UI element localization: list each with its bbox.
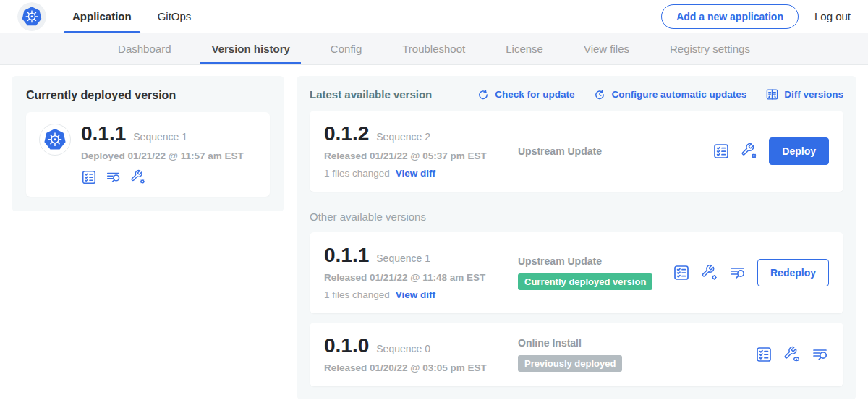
app-logo-icon [39, 124, 71, 156]
tab-gitops[interactable]: GitOps [145, 0, 205, 33]
check-for-update-link[interactable]: Check for update [477, 88, 574, 101]
previously-deployed-badge: Previously deployed [518, 355, 622, 372]
subnav-license[interactable]: License [495, 33, 554, 64]
version-number: 0.1.2 [324, 124, 369, 144]
tab-application[interactable]: Application [59, 0, 145, 33]
config-wrench-icon[interactable] [701, 264, 718, 281]
release-notes-icon[interactable] [712, 143, 730, 160]
logout-link[interactable]: Log out [814, 10, 851, 22]
subnav-dashboard[interactable]: Dashboard [107, 33, 182, 64]
files-changed-label: 1 files changed [324, 289, 390, 300]
version-history-panel: Latest available version Check for updat… [297, 76, 856, 399]
config-wrench-icon[interactable] [130, 169, 146, 185]
view-diff-icon[interactable] [106, 169, 122, 185]
add-application-button[interactable]: Add a new application [661, 4, 799, 29]
version-number: 0.1.0 [324, 336, 369, 356]
version-source-label: Upstream Update [518, 255, 673, 267]
deployed-version-card: 0.1.1 Sequence 1 Deployed 01/21/22 @ 11:… [26, 112, 270, 197]
subnav-troubleshoot[interactable]: Troubleshoot [391, 33, 476, 64]
app-subnav: Dashboard Version history Config Trouble… [0, 33, 868, 65]
version-card-0-1-1: 0.1.1 Sequence 1 Released 01/21/22 @ 11:… [310, 232, 843, 313]
version-card-0-1-2: 0.1.2 Sequence 2 Released 01/21/22 @ 05:… [310, 111, 843, 192]
diff-versions-link[interactable]: Diff versions [765, 88, 843, 101]
version-source-label: Online Install [518, 337, 755, 349]
release-notes-icon[interactable] [673, 264, 690, 281]
deployed-timestamp: Deployed 01/21/22 @ 11:57 am EST [81, 150, 244, 161]
view-diff-link[interactable]: View diff [396, 168, 435, 179]
schedule-update-icon [593, 88, 606, 101]
view-diff-icon[interactable] [812, 346, 829, 363]
top-tabs: Application GitOps [59, 0, 204, 33]
sequence-label: Sequence 1 [376, 252, 430, 264]
diff-versions-icon [765, 88, 779, 101]
deployed-version-number: 0.1.1 [81, 124, 126, 144]
kubernetes-logo-icon [17, 2, 46, 31]
view-config-wrench-icon[interactable] [783, 346, 801, 363]
configure-automatic-updates-link[interactable]: Configure automatic updates [593, 88, 746, 101]
other-versions-title: Other available versions [310, 211, 843, 223]
subnav-view-files[interactable]: View files [573, 33, 640, 64]
refresh-icon [477, 88, 490, 101]
main-content: Currently deployed version [0, 65, 868, 408]
version-source-label: Upstream Update [518, 145, 712, 157]
deploy-button[interactable]: Deploy [769, 137, 829, 165]
subnav-registry-settings[interactable]: Registry settings [659, 33, 761, 64]
config-wrench-icon[interactable] [741, 143, 758, 160]
sequence-label: Sequence 2 [376, 131, 430, 143]
released-timestamp: Released 01/21/22 @ 05:37 pm EST [324, 150, 505, 161]
subnav-config[interactable]: Config [320, 33, 373, 64]
view-diff-link[interactable]: View diff [396, 289, 435, 300]
view-diff-icon[interactable] [729, 264, 746, 281]
deployed-panel-title: Currently deployed version [26, 89, 270, 102]
currently-deployed-panel: Currently deployed version [12, 76, 284, 211]
deployed-sequence-label: Sequence 1 [133, 131, 187, 143]
currently-deployed-badge: Currently deployed version [518, 273, 652, 290]
top-bar: Application GitOps Add a new application… [0, 0, 868, 33]
released-timestamp: Released 01/20/22 @ 03:05 pm EST [324, 362, 505, 373]
sequence-label: Sequence 0 [376, 343, 430, 354]
files-changed-label: 1 files changed [324, 168, 390, 179]
release-notes-icon[interactable] [755, 346, 773, 363]
released-timestamp: Released 01/21/22 @ 11:48 am EST [324, 272, 505, 283]
subnav-version-history[interactable]: Version history [200, 33, 300, 64]
version-number: 0.1.1 [324, 245, 369, 265]
latest-version-title: Latest available version [310, 88, 432, 101]
redeploy-button[interactable]: Redeploy [757, 259, 829, 286]
release-notes-icon[interactable] [81, 169, 97, 185]
version-card-0-1-0: 0.1.0 Sequence 0 Released 01/20/22 @ 03:… [310, 323, 843, 386]
